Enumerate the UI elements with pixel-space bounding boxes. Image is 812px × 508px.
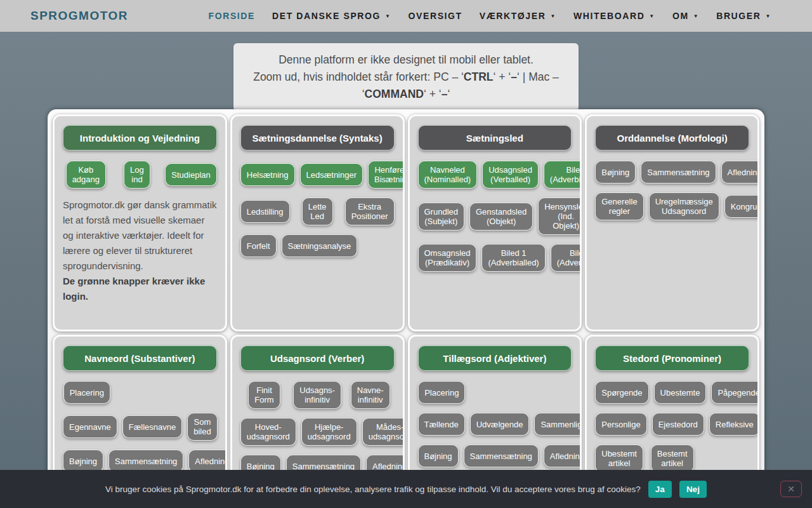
topic-button-refleksive[interactable]: Refleksive: [709, 413, 759, 436]
topic-button-lette-led[interactable]: Lette Led: [302, 197, 333, 225]
topic-button-bøjning[interactable]: Bøjning: [595, 161, 636, 184]
topic-button-ejestedord[interactable]: Ejestedord: [652, 413, 704, 436]
topic-button-biled-2-adverbialled[interactable]: Biled 2 (Adverbialled): [551, 244, 582, 272]
topic-button-biled-1-adverbialled[interactable]: Biled 1 (Adverbialled): [481, 244, 545, 272]
nav-items: FORSIDE DET DANSKE SPROG ▼ OVERSIGT VÆRK…: [209, 11, 771, 21]
topic-button-studieplan[interactable]: Studieplan: [165, 163, 216, 186]
notice-text-segment: –: [442, 88, 448, 100]
topic-button-ledsætninger[interactable]: Ledsætninger: [300, 163, 363, 186]
card-title: Tillægsord (Adjektiver): [418, 345, 572, 371]
nav-item-label: BRUGER: [716, 11, 761, 21]
topic-button-helsætning[interactable]: Helsætning: [240, 163, 295, 186]
topic-button-afledning[interactable]: Afledning: [544, 444, 582, 467]
nav-item-værktøjer[interactable]: VÆRKTØJER ▼: [480, 11, 556, 21]
card-description: Sprogmotor.dk gør dansk grammatik let at…: [63, 197, 217, 274]
topic-button-hensynsled-ind-objekt[interactable]: Hensynsled (Ind. Objekt): [538, 197, 582, 235]
topic-button-placering[interactable]: Placering: [418, 381, 465, 404]
topic-button-egennavne[interactable]: Egennavne: [63, 415, 117, 438]
topic-button-grundled-subjekt[interactable]: Grundled (Subjekt): [418, 203, 464, 231]
nav-item-label: FORSIDE: [209, 11, 255, 21]
topic-button-forfelt[interactable]: Forfelt: [240, 234, 277, 257]
topic-button-sammensætning[interactable]: Sammensætning: [108, 450, 183, 472]
cookie-accept-button[interactable]: Ja: [648, 481, 672, 498]
notice-text-segment: CTRL: [464, 70, 494, 83]
cookie-message: Vi bruger cookies på Sprogmotor.dk for a…: [105, 485, 641, 494]
chevron-down-icon: ▼: [649, 14, 655, 19]
topic-button-ledstilling[interactable]: Ledstilling: [240, 200, 290, 223]
topic-button-uregelmæssige-udsagnsord[interactable]: Uregelmæssige Udsagnsord: [649, 192, 719, 220]
button-row: SpørgendeUbestemtePåpegende: [595, 381, 749, 404]
cookie-close-button[interactable]: ✕: [780, 481, 802, 497]
card-title: Udsagnsord (Verber): [240, 345, 395, 371]
topic-button-personlige[interactable]: Personlige: [595, 413, 646, 436]
topic-button-finit-form[interactable]: Finit Form: [248, 381, 280, 409]
nav-item-forside[interactable]: FORSIDE: [209, 11, 255, 21]
topic-button-log-ind[interactable]: Log ind: [124, 161, 150, 189]
card-buttons: BøjningSammensætningAfledningGenerelle r…: [595, 161, 749, 220]
button-row: BøjningSammensætningAfledning: [418, 444, 572, 467]
card-introduktion-og-vejledning: Introduktion og Vejledning Køb adgangLog…: [53, 114, 227, 331]
topic-button-spørgende[interactable]: Spørgende: [595, 381, 648, 404]
topic-button-ubestemte[interactable]: Ubestemte: [654, 381, 707, 404]
topic-button-hoved-udsagnsord[interactable]: Hoved- udsagnsord: [240, 418, 296, 446]
card-title: Orddannelse (Morfologi): [595, 125, 749, 150]
notice-text-segment: COMMAND: [365, 88, 424, 100]
nav-item-label: OVERSIGT: [409, 11, 462, 21]
topic-button-genstandsled-objekt[interactable]: Genstandsled (Objekt): [469, 203, 533, 231]
topic-button-bestemt-artikel[interactable]: Bestemt artikel: [651, 444, 694, 472]
topic-button-sammensætning[interactable]: Sammensætning: [464, 444, 539, 467]
topic-button-udsagns-infinitiv[interactable]: Udsagns- infinitiv: [293, 381, 341, 409]
topic-button-omsagnsled-prædikativ[interactable]: Omsagnsled (Prædikativ): [418, 244, 477, 272]
chevron-down-icon: ▼: [765, 14, 771, 19]
card-buttons: PlaceringTællendeUdvælgendeSammenlignend…: [418, 381, 572, 467]
notice-text-segment: ‘: [447, 88, 450, 100]
cookie-banner: Vi bruger cookies på Sprogmotor.dk for a…: [0, 470, 812, 508]
topic-button-henførende-bisætninger[interactable]: Henførende Bisætninger: [368, 161, 404, 189]
topic-button-som-biled[interactable]: Som biled: [187, 413, 217, 441]
button-row: HelsætningLedsætningerHenførende Bisætni…: [240, 161, 395, 189]
button-row: Hoved- udsagnsordHjælpe- udsagnsordMådes…: [240, 418, 395, 446]
topic-button-ekstra-positioner[interactable]: Ekstra Positioner: [345, 197, 395, 225]
topic-button-placering[interactable]: Placering: [63, 381, 110, 404]
button-row: BøjningSammensætningAfledning: [595, 161, 749, 184]
nav-item-om[interactable]: OM ▼: [672, 11, 699, 21]
card-buttons: HelsætningLedsætningerHenførende Bisætni…: [240, 161, 395, 257]
nav-item-det-danske-sprog[interactable]: DET DANSKE SPROG ▼: [272, 11, 391, 21]
card-title: Sætningsdannelse (Syntaks): [240, 125, 395, 150]
topic-button-udvælgende[interactable]: Udvælgende: [470, 413, 530, 436]
topic-button-tællende[interactable]: Tællende: [418, 413, 465, 436]
topic-button-navne-infinitiv[interactable]: Navne- infinitiv: [351, 381, 390, 409]
topic-button-generelle-regler[interactable]: Generelle regler: [595, 192, 643, 220]
topic-button-sætningsanalyse[interactable]: Sætningsanalyse: [282, 234, 358, 257]
cookie-decline-button[interactable]: Nej: [679, 481, 707, 498]
close-icon: ✕: [787, 485, 795, 493]
nav-item-oversigt[interactable]: OVERSIGT: [409, 11, 462, 21]
button-row: LedstillingLette LedEkstra Positioner: [240, 197, 395, 225]
card-buttons: Navneled (Nominalled)Udsagnsled (Verball…: [418, 161, 572, 272]
nav-item-bruger[interactable]: BRUGER ▼: [716, 11, 771, 21]
topic-button-afledning[interactable]: Afledning: [721, 161, 759, 184]
topic-button-kongruens[interactable]: Kongruens: [724, 195, 759, 218]
nav-item-whiteboard[interactable]: WHITEBOARD ▼: [573, 11, 655, 21]
notice-text-segment: ‘ + ‘: [424, 88, 442, 100]
button-row: Navneled (Nominalled)Udsagnsled (Verball…: [418, 161, 572, 189]
topic-button-påpegende[interactable]: Påpegende: [711, 381, 759, 404]
topic-button-hjælpe-udsagnsord[interactable]: Hjælpe- udsagnsord: [301, 418, 357, 446]
topic-button-afledning[interactable]: Afledning: [188, 450, 226, 472]
topic-button-fællesnavne[interactable]: Fællesnavne: [122, 415, 182, 438]
topic-button-sammensætning[interactable]: Sammensætning: [641, 161, 716, 184]
topic-button-ubestemt-artikel[interactable]: Ubestemt artikel: [595, 444, 643, 472]
topic-button-køb-adgang[interactable]: Køb adgang: [66, 161, 106, 189]
topic-button-mådes-udsagnsord[interactable]: Mådes- udsagnsord: [362, 418, 405, 446]
button-row: PersonligeEjestedordRefleksive: [595, 413, 749, 436]
topic-button-bøjning[interactable]: Bøjning: [63, 450, 103, 472]
card-title: Navneord (Substantiver): [63, 345, 217, 371]
topic-button-udsagnsled-verballed[interactable]: Udsagnsled (Verballed): [482, 161, 539, 189]
topic-button-biled-adverbialled[interactable]: Biled (Adverbialled): [544, 161, 582, 189]
button-row: Ubestemt artikelBestemt artikel: [595, 444, 749, 472]
card-title: Sætningsled: [418, 125, 572, 150]
topic-button-sammenlignende[interactable]: Sammenlignende: [534, 413, 582, 436]
topic-button-navneled-nominalled[interactable]: Navneled (Nominalled): [418, 161, 478, 189]
site-logo[interactable]: SPROGMOTOR: [30, 9, 128, 23]
topic-button-bøjning[interactable]: Bøjning: [418, 444, 459, 467]
